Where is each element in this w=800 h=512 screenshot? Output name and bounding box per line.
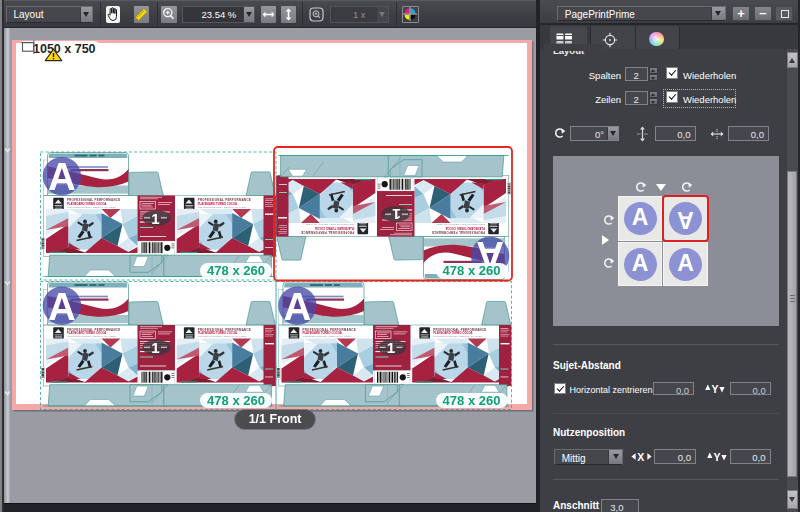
svg-text:Y: Y xyxy=(713,451,720,463)
svg-text:X: X xyxy=(637,451,644,463)
svg-text:Y: Y xyxy=(711,383,718,395)
